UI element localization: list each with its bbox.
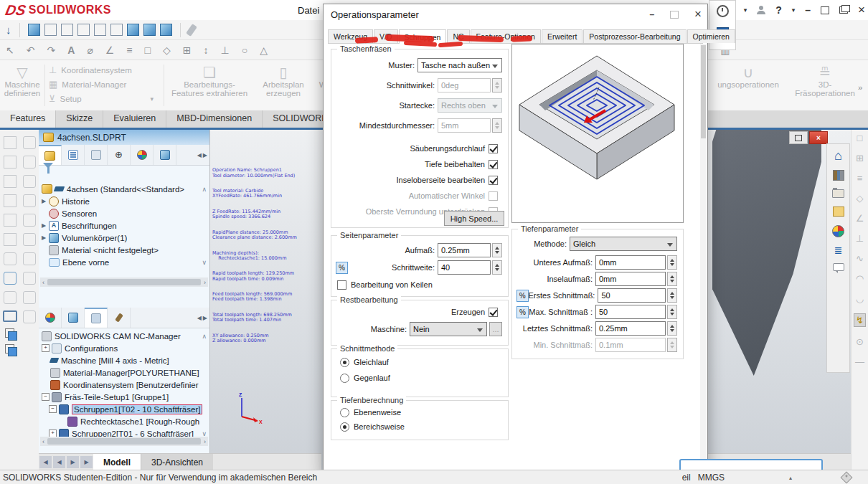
tab-displaymanager[interactable] (131, 145, 154, 165)
tab-optimieren[interactable]: Optimieren (687, 29, 735, 43)
view-cube-icon[interactable] (143, 24, 156, 36)
exploded-view-icon[interactable]: ↓ (6, 24, 11, 36)
file-explorer-icon[interactable] (832, 189, 844, 198)
schnittwinkel-spinner[interactable] (492, 78, 502, 92)
line-tool-icon[interactable]: — (855, 356, 864, 367)
tab-dimxpert[interactable]: ⊕ (108, 145, 131, 165)
tab-featuremanager[interactable] (39, 145, 62, 165)
units-selector[interactable]: MMGS (698, 473, 725, 483)
tab-cam-operations[interactable] (85, 308, 108, 328)
tab-modell[interactable]: Modell (93, 454, 141, 470)
view-cube-icon[interactable] (28, 24, 40, 36)
expander-icon[interactable]: ▶ (42, 222, 49, 229)
polygon-icon[interactable]: ◇ (163, 44, 171, 56)
chamfer-tool-icon[interactable]: ◇ (857, 193, 864, 204)
restmaschine-more-button[interactable]: ... (489, 322, 502, 336)
minimize-button[interactable]: – (805, 4, 811, 16)
keile-checkbox[interactable] (337, 280, 346, 290)
recent-commands-icon[interactable] (717, 5, 729, 17)
hscroll-left[interactable]: ‹ (42, 279, 44, 286)
menu-datei[interactable]: Datei (298, 5, 319, 16)
cam-tree-hscrollbar[interactable]: ‹ › (40, 437, 208, 446)
fillet-tool-icon[interactable]: ◠ (856, 273, 864, 284)
erzeugen-checkbox[interactable] (489, 308, 498, 317)
dialog-close-button[interactable]: × (694, 7, 702, 22)
expander-icon[interactable]: ▶ (42, 234, 49, 241)
grid-icon[interactable]: ⊞ (183, 44, 192, 56)
tab-3d-ansichten[interactable]: 3D-Ansichten (141, 454, 213, 470)
equal-icon[interactable]: ≡ (126, 44, 132, 56)
tiefe-beibehalten-checkbox[interactable] (489, 160, 498, 169)
view-tool-icon[interactable] (4, 156, 16, 169)
tree-row-ebene-vorne[interactable]: Ebene vorne ∨ (39, 256, 209, 268)
collapse-minus-icon[interactable]: − (42, 393, 49, 401)
ebenenweise-radio[interactable]: Ebenenweise (340, 405, 401, 419)
inseloberseite-checkbox[interactable] (489, 176, 498, 185)
hscroll-left[interactable]: ‹ (42, 438, 44, 445)
tab-features[interactable]: Features (0, 110, 56, 128)
3d-milling-operations-button[interactable]: ≞ 3D-Fräsoperationen (789, 65, 861, 98)
restore-button[interactable] (821, 6, 829, 14)
setup-dropdown-icon[interactable]: ▾ (151, 95, 154, 103)
tree-row-root[interactable]: 4achsen (Standard<<Standard> ∧ (39, 183, 209, 195)
cam-row-koordinatensystem[interactable]: Koordinatensystem [Benutzerdefinier (39, 379, 209, 391)
perpendicular-icon[interactable]: ⊥ (220, 44, 229, 56)
tree-row-beschriftungen[interactable]: ▶ A Beschriftungen (39, 219, 209, 232)
view-cube-icon[interactable] (94, 24, 106, 36)
tab-cam-tools[interactable] (108, 308, 131, 328)
tab-postprozessor[interactable]: Postprozessor-Bearbeitung (583, 29, 686, 43)
point-tool-icon[interactable]: ⊙ (856, 336, 864, 347)
layered-windows-icon[interactable] (5, 328, 14, 338)
filter-icon[interactable] (43, 169, 53, 179)
spline-tool-icon[interactable]: ∿ (856, 253, 864, 264)
setup-button[interactable]: ⊻Setup▾ (49, 92, 164, 106)
tab-nav-prev[interactable]: ◀ (53, 456, 65, 468)
tree-row-historie[interactable]: ▶ Historie (39, 195, 209, 207)
mindestdurchmesser-field[interactable]: 5mm (438, 118, 491, 133)
tree-row-volumenkoerper[interactable]: ▶ Volumenkörper(1) (39, 232, 209, 244)
cam-tool-icon[interactable] (23, 272, 36, 285)
view-tool-icon[interactable] (4, 136, 16, 149)
schrittweite-percent-toggle[interactable]: % (336, 262, 348, 274)
dialog-minimize-button[interactable]: – (649, 9, 654, 19)
tab-nav-next[interactable]: ▶ (67, 456, 79, 468)
view-cube-icon[interactable] (44, 24, 57, 36)
operations-partial-button[interactable]: ∪ ungsoperationen (709, 65, 788, 89)
view-cube-icon[interactable] (160, 24, 172, 36)
cam-tool-icon[interactable] (23, 194, 36, 207)
instant3d-icon[interactable]: ↯ (854, 313, 866, 327)
circle-icon[interactable]: ○ (242, 44, 247, 56)
min-schnittmass-field[interactable]: 0.1mm (595, 338, 666, 352)
tab-nav-first[interactable]: ◀ (39, 456, 52, 468)
tab-evaluieren[interactable]: Evaluieren (103, 110, 166, 128)
view-tool-icon[interactable] (4, 252, 16, 265)
tree-scroll-up[interactable]: ∧ (202, 186, 207, 193)
user-login-icon[interactable] (757, 6, 765, 14)
help-dropdown-icon[interactable]: ▾ (792, 6, 796, 14)
cam-tool-icon[interactable] (23, 214, 36, 227)
schrittweite-spinner[interactable] (492, 260, 502, 275)
inselaufmass-field[interactable]: 0mm (595, 272, 666, 286)
trim-tool-icon[interactable]: ∠ (856, 213, 864, 224)
tab-cam-features[interactable] (62, 308, 85, 328)
tab-skizze[interactable]: Skizze (56, 110, 103, 128)
tab-configurationmanager[interactable] (85, 145, 108, 165)
tab-nav-last[interactable]: ▶ (80, 456, 93, 468)
aufmass-field[interactable]: 0.25mm (438, 243, 491, 257)
startecke-combobox[interactable]: Rechts oben (438, 98, 502, 113)
design-library-icon[interactable] (833, 170, 844, 181)
tab-display[interactable] (39, 308, 62, 328)
forum-icon[interactable] (833, 263, 844, 271)
home-icon[interactable]: ⌂ (834, 150, 842, 161)
feature-tree-hscrollbar[interactable]: ‹ › (40, 277, 208, 287)
help-icon[interactable]: ? (775, 4, 782, 16)
tab-cam-feature-tree[interactable] (154, 145, 176, 165)
tree-row-material[interactable]: Material <nicht festgelegt> (39, 244, 209, 256)
cam-row-ncmanager[interactable]: SOLIDWORKS CAM NC-Manager ∧ (39, 330, 209, 342)
tree-scroll-down[interactable]: ∨ (202, 259, 207, 266)
view-cube-icon[interactable] (110, 24, 123, 36)
select-icon[interactable]: ↖ (6, 44, 14, 56)
cam-row-rechtecktasche[interactable]: Rechtecktasche1 [Rough-Rough (39, 415, 209, 427)
undo-icon[interactable]: ↶ (27, 44, 35, 56)
tab-mbd-dimensionen[interactable]: MBD-Dimensionen (166, 110, 263, 128)
